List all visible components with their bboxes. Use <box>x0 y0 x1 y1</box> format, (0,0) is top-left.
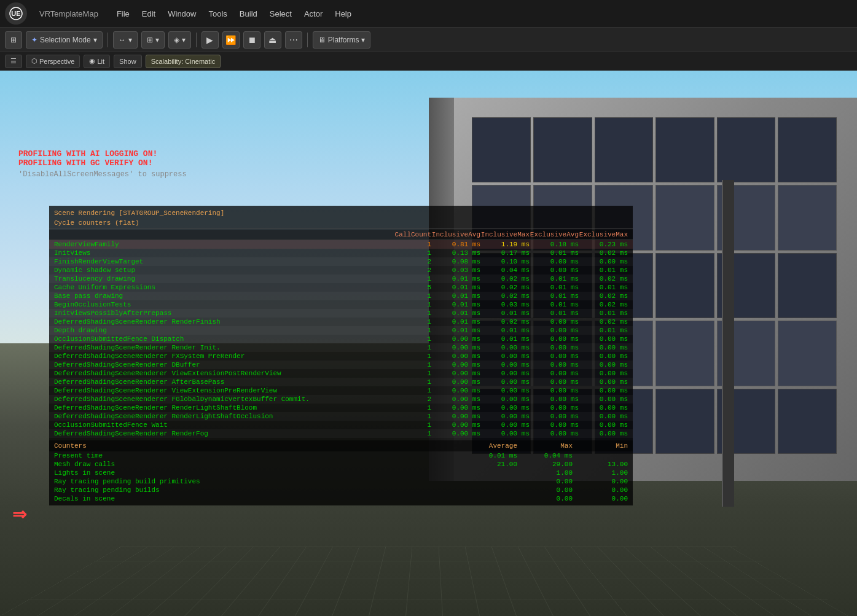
row-incmax: 0.00 ms <box>480 413 530 420</box>
counter-avg <box>462 495 517 502</box>
stats-row: DeferredShadingSceneRenderer ViewExtensi… <box>49 386 633 395</box>
platforms-icon: 🖥 <box>318 36 326 44</box>
row-excavg: 0.00 ms <box>530 361 579 368</box>
row-excmax: 0.00 ms <box>579 396 628 403</box>
row-callcount: 1 <box>382 361 431 368</box>
row-callcount: 1 <box>382 344 431 351</box>
transform-button[interactable]: ↔ ▾ <box>113 31 138 49</box>
selection-mode-button[interactable]: ✦ Selection Mode ▾ <box>26 31 103 49</box>
col-excavg: ExclusiveAvg <box>530 231 579 238</box>
hamburger-icon: ☰ <box>10 57 17 65</box>
row-name: Translucency drawing <box>54 275 382 283</box>
hamburger-button[interactable]: ☰ <box>5 55 22 68</box>
row-excavg: 0.00 ms <box>530 413 579 420</box>
row-incavg: 0.00 ms <box>431 413 480 420</box>
row-incavg: 0.08 ms <box>431 258 480 265</box>
counter-row: Lights in scene 1.00 1.00 <box>49 469 633 477</box>
row-excmax: 0.00 ms <box>579 421 628 429</box>
transform-chevron: ▾ <box>128 36 132 44</box>
stats-column-headers: CallCount InclusiveAvg InclusiveMax Excl… <box>49 230 633 240</box>
lit-label: Lit <box>97 58 104 65</box>
scalability-button[interactable]: Scalability: Cinematic <box>146 55 221 68</box>
eject-button[interactable]: ⏏ <box>264 31 281 49</box>
row-incmax: 0.17 ms <box>480 249 530 257</box>
snap-chevron: ▾ <box>155 36 159 44</box>
selection-mode-chevron: ▾ <box>93 36 97 44</box>
counter-min <box>573 452 628 459</box>
counter-avg: 21.00 <box>462 461 517 468</box>
row-callcount: 1 <box>382 378 431 386</box>
row-incavg: 0.00 ms <box>431 335 480 343</box>
row-name: BeginOcclusionTests <box>54 301 382 308</box>
grid-icon: ⊞ <box>147 36 153 44</box>
menu-edit[interactable]: Edit <box>136 7 162 21</box>
stats-row: Dynamic shadow setup 2 0.03 ms 0.04 ms 0… <box>49 266 633 275</box>
counter-min: 0.00 <box>573 486 628 494</box>
stats-row: Cache Uniform Expressions 5 0.01 ms 0.02… <box>49 283 633 292</box>
counters-col-max: Max <box>517 442 573 450</box>
row-excmax: 0.02 ms <box>579 301 628 308</box>
row-excavg: 0.00 ms <box>530 421 579 429</box>
row-incmax: 0.02 ms <box>480 275 530 283</box>
menu-build[interactable]: Build <box>233 7 264 21</box>
viewport[interactable]: PROFILING WITH AI LOGGING ON! PROFILING … <box>0 71 857 616</box>
row-name: InitViews <box>54 249 382 257</box>
more-icon: ⋯ <box>289 35 298 45</box>
row-incmax: 0.00 ms <box>480 361 530 368</box>
platforms-button[interactable]: 🖥 Platforms ▾ <box>313 31 371 49</box>
row-excavg: 0.00 ms <box>530 267 579 274</box>
stats-row: Depth drawing 1 0.01 ms 0.01 ms 0.00 ms … <box>49 326 633 335</box>
row-name: OcclusionSubmittedFence Wait <box>54 421 382 429</box>
row-incmax: 0.00 ms <box>480 387 530 394</box>
row-callcount: 1 <box>382 275 431 283</box>
lit-button[interactable]: ◉ Lit <box>84 55 110 68</box>
simulate-button[interactable]: ⏩ <box>222 31 240 49</box>
counter-name: Present time <box>54 452 462 459</box>
counter-max: 0.04 ms <box>517 452 573 459</box>
menu-window[interactable]: Window <box>162 7 202 21</box>
stats-row: InitViewsPossiblyAfterPrepass 1 0.01 ms … <box>49 309 633 318</box>
perspective-button[interactable]: ⬡ Perspective <box>26 55 80 68</box>
row-incavg: 0.01 ms <box>431 284 480 291</box>
menu-help[interactable]: Help <box>329 7 358 21</box>
stop-icon: ⏹ <box>248 35 256 45</box>
menu-tools[interactable]: Tools <box>202 7 233 21</box>
counter-max: 0.00 <box>517 478 573 485</box>
more-button[interactable]: ⋯ <box>285 31 302 49</box>
row-callcount: 5 <box>382 284 431 291</box>
stop-button[interactable]: ⏹ <box>243 31 260 49</box>
row-name: DeferredShadingSceneRenderer Render Init… <box>54 344 382 351</box>
row-excavg: 0.01 ms <box>530 249 579 257</box>
row-excavg: 0.18 ms <box>530 241 579 248</box>
col-callcount: CallCount <box>382 231 431 238</box>
row-incmax: 0.00 ms <box>480 430 530 437</box>
row-callcount: 1 <box>382 404 431 411</box>
row-incmax: 0.00 ms <box>480 353 530 360</box>
row-name: DeferredShadingSceneRenderer FGlobalDyna… <box>54 396 382 403</box>
col-incmax: InclusiveMax <box>480 231 530 238</box>
menu-actor[interactable]: Actor <box>298 7 329 21</box>
row-name: FinishRenderViewTarget <box>54 258 382 265</box>
camera-speed-button[interactable]: ◈ ▾ <box>168 31 191 49</box>
row-excmax: 0.01 ms <box>579 284 628 291</box>
row-incmax: 0.01 ms <box>480 335 530 343</box>
menu-file[interactable]: File <box>111 7 136 21</box>
row-callcount: 1 <box>382 327 431 334</box>
layout-button[interactable]: ⊞ <box>5 31 22 49</box>
row-callcount: 1 <box>382 335 431 343</box>
row-incmax: 0.00 ms <box>480 404 530 411</box>
row-excmax: 0.01 ms <box>579 327 628 334</box>
show-button[interactable]: Show <box>114 55 142 68</box>
col-name <box>54 231 382 238</box>
counter-min: 13.00 <box>573 461 628 468</box>
menu-select[interactable]: Select <box>264 7 298 21</box>
snap-button[interactable]: ⊞ ▾ <box>141 31 165 49</box>
row-incmax: 0.03 ms <box>480 301 530 308</box>
stats-row: DeferredShadingSceneRenderer RenderFinis… <box>49 318 633 326</box>
stats-row: DeferredShadingSceneRenderer FXSystem Pr… <box>49 352 633 361</box>
stats-row: DeferredShadingSceneRenderer RenderFog 1… <box>49 429 633 438</box>
simulate-icon: ⏩ <box>225 35 236 45</box>
row-excavg: 0.00 ms <box>530 430 579 437</box>
play-button[interactable]: ▶ <box>202 31 219 49</box>
row-callcount: 2 <box>382 267 431 274</box>
